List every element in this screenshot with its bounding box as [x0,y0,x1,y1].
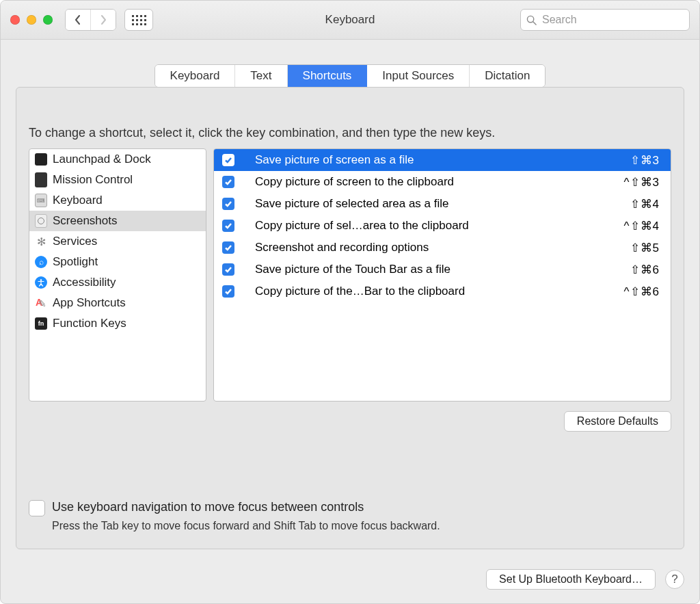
content-area: KeyboardTextShortcutsInput SourcesDictat… [1,40,699,564]
category-label: Mission Control [53,173,133,187]
category-screenshots[interactable]: Screenshots [29,211,206,231]
tab-text[interactable]: Text [235,65,287,87]
category-label: Spotlight [53,255,98,269]
bottom-bar: Set Up Bluetooth Keyboard… ? [16,569,684,590]
category-function-keys[interactable]: fnFunction Keys [29,313,206,334]
search-input[interactable] [541,13,684,27]
category-label: Function Keys [53,317,126,330]
function-keys-icon: fn [35,317,47,330]
shortcut-label: Copy picture of screen to the clipboard [243,175,616,189]
search-field[interactable] [520,9,690,31]
svg-point-2 [40,279,42,281]
bluetooth-keyboard-button[interactable]: Set Up Bluetooth Keyboard… [486,569,656,590]
shortcut-enabled-checkbox[interactable] [222,285,234,298]
lists-container: Launchpad & DockMission Control⌨︎Keyboar… [29,148,671,402]
help-button[interactable]: ? [665,570,684,589]
category-mission-control[interactable]: Mission Control [29,170,206,190]
category-label: Launchpad & Dock [53,153,151,166]
shortcut-enabled-checkbox[interactable] [222,154,234,166]
shortcut-keys[interactable]: ^⇧⌘4 [624,219,660,233]
zoom-window-button[interactable] [43,15,53,25]
shortcut-row[interactable]: Copy picture of the…Bar to the clipboard… [214,280,671,302]
back-button[interactable] [66,10,90,30]
keyboard-nav-option: Use keyboard navigation to move focus be… [29,500,671,532]
category-label: Screenshots [53,214,118,228]
titlebar: Keyboard [1,1,699,40]
mission-control-icon [35,174,47,186]
shortcut-keys[interactable]: ⇧⌘6 [630,263,660,277]
svg-line-1 [533,21,536,24]
services-icon: ✻ [35,235,47,248]
shortcut-label: Save picture of selected area as a file [243,197,622,211]
keyboard-nav-hint: Press the Tab key to move focus forward … [52,520,440,532]
shortcut-label: Copy picture of the…Bar to the clipboard [243,285,616,298]
search-icon [526,15,537,25]
shortcut-enabled-checkbox[interactable] [222,176,234,188]
keyboard-nav-label: Use keyboard navigation to move focus be… [52,500,440,514]
instruction-text: To change a shortcut, select it, click t… [29,126,671,140]
category-app-shortcuts[interactable]: A✎App Shortcuts [29,293,206,313]
window-title: Keyboard [325,13,375,27]
shortcut-row[interactable]: Copy picture of sel…area to the clipboar… [214,215,671,237]
shortcut-keys[interactable]: ⇧⌘4 [630,197,660,211]
category-launchpad-dock[interactable]: Launchpad & Dock [29,149,206,170]
shortcut-list[interactable]: Save picture of screen as a file⇧⌘3Copy … [213,148,671,402]
restore-wrap: Restore Defaults [29,411,671,432]
category-services[interactable]: ✻Services [29,231,206,252]
tab-input-sources[interactable]: Input Sources [367,65,470,87]
shortcuts-panel: To change a shortcut, select it, click t… [16,87,684,549]
show-all-button[interactable] [124,9,153,31]
shortcut-row[interactable]: Save picture of selected area as a file⇧… [214,193,671,215]
shortcut-enabled-checkbox[interactable] [222,263,234,276]
category-spotlight[interactable]: ⌕Spotlight [29,252,206,272]
category-keyboard[interactable]: ⌨︎Keyboard [29,190,206,211]
shortcut-enabled-checkbox[interactable] [222,241,234,254]
shortcut-row[interactable]: Screenshot and recording options⇧⌘5 [214,237,671,259]
minimize-window-button[interactable] [27,15,36,25]
system-preferences-window: Keyboard KeyboardTextShortcutsInput Sour… [0,0,700,604]
tab-dictation[interactable]: Dictation [470,65,545,87]
shortcut-label: Screenshot and recording options [243,241,622,254]
accessibility-icon [35,276,47,289]
category-label: Accessibility [53,276,116,289]
tab-keyboard[interactable]: Keyboard [155,65,236,87]
shortcut-enabled-checkbox[interactable] [222,220,234,232]
tab-strip: KeyboardTextShortcutsInput SourcesDictat… [16,64,684,88]
category-label: App Shortcuts [53,296,126,310]
shortcut-label: Save picture of screen as a file [243,153,622,167]
spotlight-icon: ⌕ [35,256,47,268]
shortcut-row[interactable]: Save picture of screen as a file⇧⌘3 [214,149,671,171]
category-accessibility[interactable]: Accessibility [29,272,206,293]
restore-defaults-button[interactable]: Restore Defaults [564,411,671,432]
launchpad-icon [35,153,47,166]
grid-icon [132,15,146,25]
shortcut-label: Copy picture of sel…area to the clipboar… [243,219,616,233]
shortcut-keys[interactable]: ^⇧⌘3 [624,175,660,189]
segmented-control: KeyboardTextShortcutsInput SourcesDictat… [154,64,546,88]
window-controls [10,15,53,25]
shortcut-keys[interactable]: ^⇧⌘6 [624,285,660,299]
shortcut-row[interactable]: Copy picture of screen to the clipboard^… [214,171,671,193]
shortcut-keys[interactable]: ⇧⌘5 [630,241,660,255]
keyboard-icon: ⌨︎ [35,194,47,207]
shortcut-enabled-checkbox[interactable] [222,198,234,210]
keyboard-nav-checkbox[interactable] [29,500,45,516]
category-label: Keyboard [53,194,103,207]
chevron-left-icon [74,15,82,25]
category-label: Services [53,235,97,248]
app-shortcuts-icon: A✎ [35,297,47,309]
tab-shortcuts[interactable]: Shortcuts [288,65,368,87]
screenshots-icon [35,215,47,227]
forward-button[interactable] [90,10,116,30]
nav-back-forward [65,9,116,31]
close-window-button[interactable] [10,15,20,25]
shortcut-label: Save picture of the Touch Bar as a file [243,263,622,276]
shortcut-keys[interactable]: ⇧⌘3 [630,153,660,168]
category-list[interactable]: Launchpad & DockMission Control⌨︎Keyboar… [29,148,206,402]
chevron-right-icon [99,15,107,25]
shortcut-row[interactable]: Save picture of the Touch Bar as a file⇧… [214,259,671,280]
